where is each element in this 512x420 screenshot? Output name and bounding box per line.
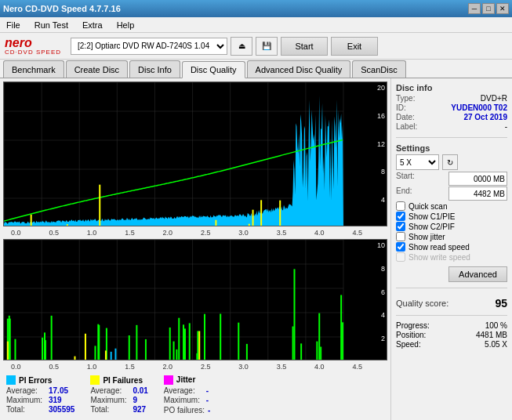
- nero-brand: nero: [5, 37, 61, 49]
- tab-advanced-disc-quality[interactable]: Advanced Disc Quality: [247, 60, 351, 78]
- advanced-button[interactable]: Advanced: [448, 266, 507, 282]
- right-panel: Disc info Type: DVD+R ID: YUDEN000 T02 D…: [390, 78, 512, 420]
- close-button[interactable]: ✕: [496, 3, 509, 14]
- main-content: 20 16 12 8 4 0.0 0.5 1.0 1.5 2.0 2.5 3.0…: [0, 78, 512, 420]
- position-value: 4481 MB: [476, 331, 507, 339]
- disc-date-value: 27 Oct 2019: [463, 113, 507, 121]
- disc-type-row: Type: DVD+R: [396, 94, 507, 103]
- divider-3: [396, 315, 507, 316]
- start-button[interactable]: Start: [281, 37, 328, 56]
- end-label: End:: [396, 186, 412, 201]
- bottom-chart-y-axis: 10 8 6 4 2: [369, 240, 387, 360]
- end-row: End:: [396, 186, 507, 201]
- tab-bar: Benchmark Create Disc Disc Info Disc Qua…: [0, 60, 512, 78]
- quality-score-label: Quality score:: [396, 299, 448, 308]
- legend-pi-failures: PI Failures Average: 0.01 Maximum: 9 Tot…: [90, 375, 147, 414]
- progress-label: Progress:: [396, 321, 430, 330]
- speed-setting-row: 5 X ↻: [396, 154, 507, 170]
- exit-button[interactable]: Exit: [331, 37, 378, 56]
- show-jitter-row: Show jitter: [396, 232, 507, 241]
- tab-disc-quality[interactable]: Disc Quality: [182, 61, 245, 78]
- position-row: Position: 4481 MB: [396, 331, 507, 339]
- menu-bar: File Run Test Extra Help: [0, 17, 512, 33]
- start-row: Start:: [396, 172, 507, 186]
- pi-failures-average: 0.01: [133, 386, 147, 395]
- divider-1: [396, 137, 507, 138]
- end-input[interactable]: [448, 186, 507, 201]
- disc-info-section: Disc info Type: DVD+R ID: YUDEN000 T02 D…: [396, 83, 507, 132]
- drive-select[interactable]: [2:2] Optiarc DVD RW AD-7240S 1.04: [71, 38, 227, 55]
- settings-title: Settings: [396, 143, 507, 153]
- jitter-label: Jitter: [176, 375, 195, 384]
- pi-errors-average: 17.05: [49, 386, 68, 395]
- nero-logo: nero CD·DVD SPEED: [5, 37, 61, 56]
- jitter-maximum: -: [206, 396, 209, 404]
- tab-create-disc[interactable]: Create Disc: [66, 60, 128, 78]
- show-write-speed-checkbox: [396, 252, 405, 262]
- show-c2-pif-row: Show C2/PIF: [396, 222, 507, 231]
- menu-file[interactable]: File: [3, 20, 24, 31]
- legend-jitter: Jitter Average: - Maximum: - PO failures…: [164, 375, 211, 415]
- progress-section: Progress: 100 % Position: 4481 MB Speed:…: [396, 321, 507, 349]
- disc-id-label: ID:: [396, 103, 406, 112]
- pi-failures-color-box: [90, 375, 100, 385]
- top-chart-y-axis: 20 16 12 8 4: [369, 82, 387, 226]
- top-chart: 20 16 12 8 4: [3, 81, 387, 226]
- show-read-speed-row: Show read speed: [396, 242, 507, 252]
- show-read-speed-checkbox[interactable]: [396, 242, 405, 252]
- top-chart-x-axis: 0.0 0.5 1.0 1.5 2.0 2.5 3.0 3.5 4.0 4.5: [3, 228, 370, 237]
- show-jitter-label: Show jitter: [409, 233, 445, 241]
- disc-label-value: -: [505, 122, 507, 131]
- start-label: Start:: [396, 172, 415, 186]
- show-jitter-checkbox[interactable]: [396, 232, 405, 241]
- jitter-average: -: [206, 386, 209, 395]
- pi-failures-total: 927: [133, 405, 146, 414]
- divider-2: [396, 288, 507, 288]
- save-button[interactable]: 💾: [256, 37, 278, 56]
- pi-errors-total: 305595: [49, 405, 74, 414]
- start-input[interactable]: [448, 172, 507, 186]
- tab-disc-info[interactable]: Disc Info: [129, 60, 180, 78]
- pi-failures-label: PI Failures: [103, 376, 143, 385]
- show-c2-pif-checkbox[interactable]: [396, 222, 405, 231]
- show-read-speed-label: Show read speed: [409, 243, 470, 252]
- pi-errors-label: PI Errors: [19, 376, 52, 385]
- bottom-chart-x-axis: 0.0 0.5 1.0 1.5 2.0 2.5 3.0 3.5 4.0 4.5: [3, 362, 370, 371]
- progress-row: Progress: 100 %: [396, 321, 507, 330]
- show-write-speed-label: Show write speed: [409, 253, 470, 262]
- show-c1-pie-checkbox[interactable]: [396, 212, 405, 221]
- quality-score-row: Quality score: 95: [396, 297, 507, 310]
- progress-value: 100 %: [485, 321, 507, 330]
- tab-scan-disc[interactable]: ScanDisc: [352, 60, 405, 78]
- disc-label-row: Label: -: [396, 122, 507, 131]
- disc-label-label: Label:: [396, 122, 417, 131]
- eject-button[interactable]: ⏏: [231, 37, 252, 56]
- disc-date-row: Date: 27 Oct 2019: [396, 113, 507, 121]
- quick-scan-checkbox[interactable]: [396, 201, 405, 211]
- disc-type-value: DVD+R: [481, 94, 507, 103]
- quality-score-value: 95: [495, 297, 507, 310]
- legend-pi-errors: PI Errors Average: 17.05 Maximum: 319 To…: [6, 375, 74, 414]
- speed-select[interactable]: 5 X: [396, 154, 439, 170]
- title-bar: Nero CD-DVD Speed 4.7.7.16 ─ □ ✕: [0, 0, 512, 17]
- tab-benchmark[interactable]: Benchmark: [3, 60, 64, 78]
- speed-row: Speed: 5.05 X: [396, 340, 507, 349]
- menu-help[interactable]: Help: [114, 20, 138, 31]
- pi-errors-color-box: [6, 375, 16, 385]
- po-failures-value: -: [208, 406, 210, 415]
- speed-label: Speed:: [396, 340, 421, 349]
- menu-run-test[interactable]: Run Test: [31, 20, 71, 31]
- speed-value: 5.05 X: [485, 340, 507, 349]
- disc-date-label: Date:: [396, 113, 415, 121]
- disc-type-label: Type:: [396, 94, 415, 103]
- bottom-chart: 10 8 6 4 2: [3, 239, 387, 360]
- legend-area: PI Errors Average: 17.05 Maximum: 319 To…: [3, 373, 387, 416]
- settings-section: Settings 5 X ↻ Start: End: Quick scan: [396, 143, 507, 282]
- menu-extra[interactable]: Extra: [79, 20, 106, 31]
- jitter-color-box: [164, 375, 173, 385]
- disc-id-value: YUDEN000 T02: [451, 103, 507, 112]
- maximize-button[interactable]: □: [482, 3, 495, 14]
- refresh-button[interactable]: ↻: [442, 154, 458, 170]
- po-failures-label: PO failures:: [164, 406, 205, 415]
- minimize-button[interactable]: ─: [468, 3, 481, 14]
